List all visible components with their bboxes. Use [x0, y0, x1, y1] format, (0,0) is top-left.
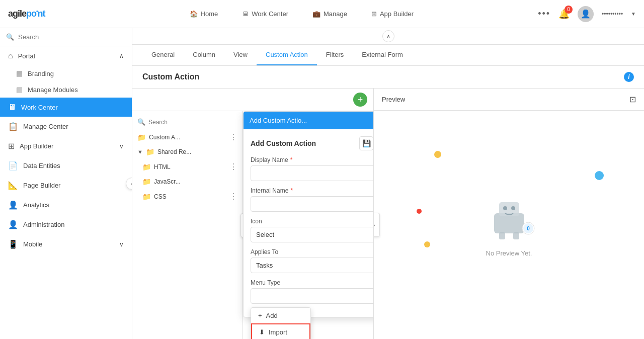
- tree-more-css[interactable]: ⋮: [229, 192, 237, 201]
- add-item-button[interactable]: +: [353, 93, 367, 107]
- no-preview-text: No Preview Yet.: [486, 249, 532, 257]
- panel-toolbar: +: [132, 89, 373, 111]
- info-icon[interactable]: i: [624, 72, 634, 82]
- tree-label-custom-a: Custom A...: [149, 134, 226, 141]
- page-content: + 🔍: [132, 89, 644, 339]
- form-label-applies-to: Applies To: [251, 248, 373, 256]
- analytics-icon: 👤: [8, 200, 18, 210]
- portal-icon: ⌂: [8, 51, 13, 60]
- folder-icon-html: 📁: [142, 163, 151, 171]
- branding-icon: ▦: [16, 69, 23, 77]
- briefcase-icon: 💼: [312, 10, 320, 18]
- svg-point-2: [503, 206, 507, 210]
- nav-items: 🏠 Home 🖥 Work Center 💼 Manage ⊞ App Buil…: [65, 8, 538, 20]
- form-group-internal-name: Internal Name *: [251, 187, 373, 212]
- dialog-inner-title: Add Custom Action 💾 ↺: [251, 136, 373, 150]
- portal-arrow-icon: ∧: [119, 52, 124, 59]
- collapse-button[interactable]: ∧: [382, 30, 394, 42]
- nav-right: ••• 🔔 0 👤 •••••••••• ▼: [538, 6, 636, 22]
- icon-select[interactable]: Select ∨: [251, 227, 373, 242]
- sidebar-label-administration: Administration: [23, 221, 124, 228]
- tree-more-custom-a[interactable]: ⋮: [229, 132, 237, 142]
- tab-general[interactable]: General: [142, 45, 184, 65]
- tree-item-custom-a[interactable]: 📁 Custom A... ⋮: [132, 129, 243, 145]
- sidebar-label-analytics: Analytics: [23, 201, 124, 209]
- sidebar-item-branding[interactable]: ▦ Branding: [0, 65, 132, 81]
- tree-item-html[interactable]: 📁 HTML ⋮: [132, 159, 243, 175]
- context-menu-add[interactable]: + Add: [251, 308, 310, 323]
- nav-item-app-builder[interactable]: ⊞ App Builder: [367, 8, 418, 20]
- file-search-input[interactable]: [148, 119, 237, 126]
- menu-type-input[interactable]: [251, 288, 373, 304]
- sidebar-item-app-builder[interactable]: ⊞ App Builder ∨: [0, 136, 132, 156]
- user-name: ••••••••••: [602, 11, 623, 18]
- dot-red: [417, 209, 422, 214]
- sidebar-label-portal: Portal: [18, 52, 114, 60]
- internal-name-input[interactable]: [251, 196, 373, 212]
- user-menu-chevron[interactable]: ▼: [631, 11, 636, 17]
- page-title: Custom Action: [142, 72, 199, 81]
- search-input[interactable]: [18, 33, 126, 41]
- tree-label-css: CSS: [154, 193, 226, 200]
- sidebar-item-manage-modules[interactable]: ▦ Manage Modules: [0, 81, 132, 98]
- user-avatar[interactable]: 👤: [578, 6, 594, 22]
- sidebar-item-analytics[interactable]: 👤 Analytics: [0, 195, 132, 215]
- add-icon: +: [258, 312, 262, 319]
- preview-header: Preview ⊡: [374, 89, 644, 111]
- file-tree-search[interactable]: 🔍: [132, 115, 243, 129]
- nav-arrow-right[interactable]: ›: [374, 213, 380, 237]
- tabs-bar: General Column View Custom Action Filter…: [132, 45, 644, 66]
- more-options-button[interactable]: •••: [538, 9, 550, 19]
- notification-button[interactable]: 🔔 0: [558, 9, 570, 20]
- form-group-menu-type: Menu Type: [251, 279, 373, 304]
- form-group-applies-to: Applies To Tasks ∨: [251, 248, 373, 273]
- nav-item-manage[interactable]: 💼 Manage: [308, 8, 351, 20]
- manage-center-icon: 📋: [8, 122, 18, 131]
- sidebar-item-work-center[interactable]: 🖥 Work Center: [0, 98, 132, 117]
- preview-open-icon[interactable]: ⊡: [629, 95, 636, 104]
- grid-icon: ⊞: [371, 10, 377, 18]
- sidebar-label-page-builder: Page Builder: [23, 182, 124, 189]
- sidebar-label-data-entities: Data Entities: [23, 162, 124, 170]
- sidebar-item-manage-center[interactable]: 📋 Manage Center: [0, 117, 132, 136]
- nav-label-app-builder: App Builder: [380, 10, 414, 18]
- tab-custom-action[interactable]: Custom Action: [257, 45, 317, 65]
- tree-item-css[interactable]: 📁 CSS ⋮: [132, 189, 243, 204]
- search-icon: 🔍: [6, 33, 14, 41]
- sidebar-label-branding: Branding: [28, 70, 54, 77]
- tree-item-javascript[interactable]: 📁 JavaScr...: [132, 175, 243, 189]
- applies-to-select[interactable]: Tasks ∨: [251, 258, 373, 273]
- tab-filters[interactable]: Filters: [317, 45, 353, 65]
- display-name-input[interactable]: [251, 165, 373, 181]
- sidebar-item-mobile[interactable]: 📱 Mobile ∨: [0, 234, 132, 254]
- tree-item-shared-re[interactable]: ▼ 📁 Shared Re...: [132, 145, 243, 159]
- dialog-title: Add Custom Actio...: [250, 117, 307, 124]
- logo-text: agilepo•nt: [8, 9, 45, 19]
- sidebar-item-portal[interactable]: ⌂ Portal ∧: [0, 46, 132, 65]
- preview-panel: Preview ⊡ ›: [374, 89, 644, 339]
- monitor-icon: 🖥: [242, 10, 249, 18]
- tree-more-html[interactable]: ⋮: [229, 162, 237, 172]
- dialog-window: Add Custom Actio... ✕ Add Custom Action: [243, 111, 373, 317]
- applies-to-select-value: Tasks: [256, 262, 273, 269]
- sidebar-item-data-entities[interactable]: 📄 Data Entities: [0, 156, 132, 176]
- dialog-save-button[interactable]: 💾: [359, 136, 373, 150]
- context-menu-add-label: Add: [266, 312, 278, 319]
- sidebar-item-page-builder[interactable]: 📐 Page Builder: [0, 176, 132, 195]
- sidebar-search[interactable]: 🔍: [0, 28, 132, 46]
- tree-label-javascript: JavaScr...: [154, 178, 237, 185]
- tab-column[interactable]: Column: [184, 45, 224, 65]
- page-builder-icon: 📐: [8, 181, 18, 190]
- tab-view[interactable]: View: [224, 45, 257, 65]
- robot-svg: 0: [479, 193, 539, 243]
- user-icon: 👤: [581, 9, 591, 19]
- svg-text:0: 0: [527, 226, 530, 231]
- nav-item-work-center[interactable]: 🖥 Work Center: [238, 8, 292, 20]
- sidebar-item-administration[interactable]: 👤 Administration: [0, 215, 132, 234]
- tab-external-form[interactable]: External Form: [353, 45, 412, 65]
- context-menu-import[interactable]: ⬇ Import: [251, 323, 310, 339]
- sidebar-label-app-builder: App Builder: [20, 142, 114, 150]
- preview-title: Preview: [382, 96, 405, 103]
- context-menu: + Add ⬇ Import: [251, 307, 311, 339]
- nav-item-home[interactable]: 🏠 Home: [186, 8, 222, 20]
